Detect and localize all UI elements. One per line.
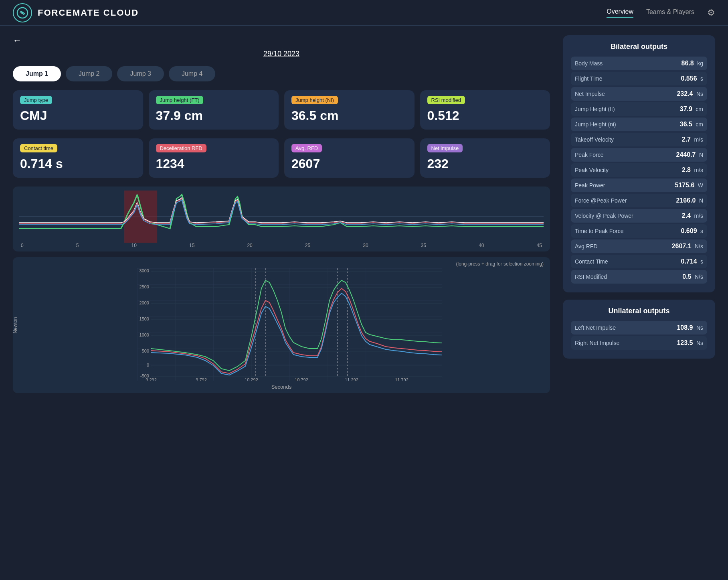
- output-row-avg-rfd: Avg RFD 2607.1 N/s: [571, 239, 707, 253]
- label-net-impulse: Net Impulse: [575, 91, 605, 97]
- mini-chart: [19, 191, 544, 243]
- svg-text:11.292: 11.292: [345, 377, 358, 381]
- value-velocity-peak-power: 2.4 m/s: [682, 212, 703, 219]
- output-row-velocity-peak-power: Velocity @ Peak Power 2.4 m/s: [571, 209, 707, 223]
- svg-text:2000: 2000: [140, 300, 149, 305]
- label-right-net-impulse: Right Net Impulse: [575, 340, 619, 346]
- output-row-contact-time: Contact Time 0.714 s: [571, 255, 707, 268]
- metric-label-avg-rfd: Avg. RFD: [291, 144, 322, 152]
- metric-label-decel-rfd: Decelleration RFD: [156, 144, 206, 152]
- x-axis-label: Seconds: [19, 384, 544, 390]
- detail-chart-hint: (long-press + drag for selection zooming…: [19, 261, 544, 267]
- bilateral-outputs-title: Bilateral outputs: [571, 43, 707, 51]
- svg-text:9.292: 9.292: [146, 377, 157, 381]
- value-contact-time: 0.714 s: [681, 258, 704, 265]
- label-contact-time: Contact Time: [575, 258, 608, 265]
- label-peak-velocity: Peak Velocity: [575, 167, 609, 173]
- detail-chart[interactable]: 3000 2500 2000 1500 1000 500 0 -500: [35, 268, 544, 381]
- value-right-net-impulse: 123.5 Ns: [677, 339, 703, 347]
- output-row-peak-force: Peak Force 2440.7 N: [571, 148, 707, 162]
- metric-value-jump-height-ft: 37.9 cm: [156, 108, 272, 123]
- unilateral-outputs-section: Unilateral outputs Left Net Impulse 108.…: [563, 300, 715, 359]
- nav-overview[interactable]: Overview: [607, 8, 633, 18]
- detail-chart-container: (long-press + drag for selection zooming…: [13, 257, 550, 393]
- metric-avg-rfd: Avg. RFD 2607: [284, 138, 415, 178]
- back-button[interactable]: ←: [13, 35, 22, 46]
- output-row-jump-height-ni: Jump Height (ni) 36.5 cm: [571, 118, 707, 131]
- label-force-peak-power: Force @Peak Power: [575, 197, 627, 204]
- value-force-peak-power: 2166.0 N: [676, 197, 703, 204]
- value-rsi-modified: 0.5 N/s: [682, 273, 703, 280]
- right-panel: Bilateral outputs Body Mass 86.8 kg Flig…: [563, 35, 715, 399]
- value-avg-rfd: 2607.1 N/s: [672, 243, 703, 250]
- metric-label-contact-time: Contact time: [20, 144, 57, 152]
- value-flight-time: 0.556 s: [681, 75, 704, 82]
- main-nav: Overview Teams & Players ⚙: [607, 8, 715, 18]
- label-body-mass: Body Mass: [575, 60, 603, 67]
- metric-value-rsi: 0.512: [427, 108, 543, 123]
- metric-value-jump-height-ni: 36.5 cm: [291, 108, 407, 123]
- mini-chart-x-labels: 051015202530354045: [19, 243, 544, 248]
- app-header: FORCEMATE CLOUD Overview Teams & Players…: [0, 0, 728, 26]
- value-jump-height-ft: 37.9 cm: [680, 105, 703, 113]
- settings-icon[interactable]: ⚙: [707, 8, 715, 18]
- label-rsi-modified: RSI Modified: [575, 274, 607, 280]
- svg-text:500: 500: [142, 349, 149, 353]
- svg-text:1500: 1500: [140, 316, 149, 321]
- metric-value-avg-rfd: 2607: [291, 156, 407, 171]
- metric-contact-time: Contact time 0.714 s: [13, 138, 143, 178]
- nav-teams-players[interactable]: Teams & Players: [646, 8, 694, 17]
- detail-chart-wrap: Newton 3000 2500 2000 1500 1000 500: [19, 268, 544, 382]
- output-row-peak-velocity: Peak Velocity 2.8 m/s: [571, 163, 707, 177]
- metric-label-jump-type: Jump type: [20, 96, 52, 104]
- output-row-force-peak-power: Force @Peak Power 2166.0 N: [571, 194, 707, 207]
- value-time-peak-force: 0.609 s: [681, 227, 704, 235]
- label-flight-time: Flight Time: [575, 75, 602, 82]
- jump-tab-4[interactable]: Jump 4: [169, 66, 215, 81]
- svg-text:1000: 1000: [140, 333, 149, 337]
- value-left-net-impulse: 108.9 Ns: [677, 324, 703, 331]
- metric-jump-height-ni: Jump height (NI) 36.5 cm: [284, 90, 415, 130]
- value-body-mass: 86.8 kg: [681, 60, 703, 67]
- output-row-takeoff-velocity: Takeoff Velocity 2.7 m/s: [571, 133, 707, 146]
- y-axis-label: Newton: [12, 317, 18, 334]
- metrics-row-2: Contact time 0.714 s Decelleration RFD 1…: [13, 138, 550, 178]
- svg-text:3000: 3000: [140, 268, 149, 273]
- label-jump-height-ft: Jump Height (ft): [575, 106, 615, 112]
- metric-net-impulse: Net impulse 232: [420, 138, 550, 178]
- unilateral-outputs-title: Unilateral outputs: [571, 307, 707, 315]
- logo-icon: [13, 3, 32, 22]
- svg-point-1: [21, 12, 24, 14]
- main-content: ← 29/10 2023 Jump 1 Jump 2 Jump 3 Jump 4…: [0, 26, 728, 408]
- value-peak-force: 2440.7 N: [676, 151, 703, 158]
- value-peak-velocity: 2.8 m/s: [682, 166, 703, 174]
- output-row-flight-time: Flight Time 0.556 s: [571, 72, 707, 85]
- output-row-right-net-impulse: Right Net Impulse 123.5 Ns: [571, 336, 707, 350]
- jump-tab-1[interactable]: Jump 1: [13, 66, 61, 81]
- metric-jump-type: Jump type CMJ: [13, 90, 143, 130]
- label-peak-power: Peak Power: [575, 182, 605, 189]
- unilateral-outputs-list: Left Net Impulse 108.9 Ns Right Net Impu…: [571, 321, 707, 350]
- svg-text:10.792: 10.792: [295, 377, 308, 381]
- value-net-impulse: 232.4 Ns: [677, 90, 703, 97]
- output-row-time-peak-force: Time to Peak Force 0.609 s: [571, 224, 707, 238]
- value-peak-power: 5175.6 W: [675, 182, 703, 189]
- label-avg-rfd: Avg RFD: [575, 243, 598, 249]
- label-takeoff-velocity: Takeoff Velocity: [575, 136, 614, 143]
- metric-label-jump-height-ni: Jump height (NI): [291, 96, 338, 104]
- metric-value-jump-type: CMJ: [20, 108, 136, 123]
- output-row-jump-height-ft: Jump Height (ft) 37.9 cm: [571, 102, 707, 116]
- label-time-peak-force: Time to Peak Force: [575, 228, 624, 234]
- metric-label-jump-height-ft: Jump height (FT): [156, 96, 204, 104]
- label-jump-height-ni: Jump Height (ni): [575, 121, 616, 128]
- svg-text:11.792: 11.792: [395, 377, 408, 381]
- metrics-row-1: Jump type CMJ Jump height (FT) 37.9 cm J…: [13, 90, 550, 130]
- label-left-net-impulse: Left Net Impulse: [575, 324, 616, 331]
- jump-tab-2[interactable]: Jump 2: [66, 66, 112, 81]
- label-peak-force: Peak Force: [575, 152, 604, 158]
- metric-decel-rfd: Decelleration RFD 1234: [149, 138, 279, 178]
- bilateral-outputs-section: Bilateral outputs Body Mass 86.8 kg Flig…: [563, 35, 715, 292]
- jump-tab-3[interactable]: Jump 3: [117, 66, 164, 81]
- app-title: FORCEMATE CLOUD: [38, 8, 139, 18]
- left-panel: ← 29/10 2023 Jump 1 Jump 2 Jump 3 Jump 4…: [13, 35, 550, 399]
